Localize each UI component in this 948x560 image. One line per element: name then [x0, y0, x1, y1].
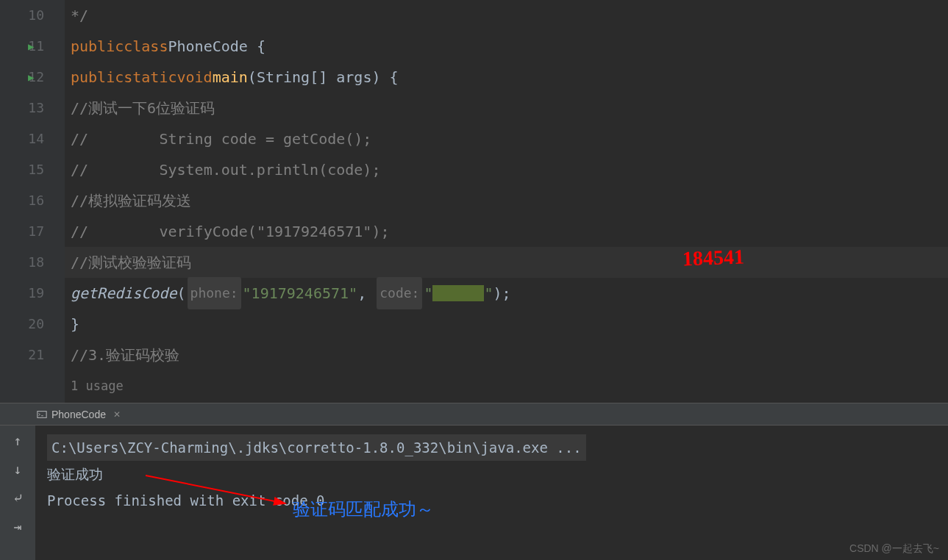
gutter-line[interactable] — [0, 370, 44, 401]
gutter-line[interactable]: ▶11 — [0, 31, 44, 62]
gutter-line[interactable]: 10 — [0, 0, 44, 31]
terminal-sidebar: ↑ ↓ ⤶ ⇥ — [0, 426, 35, 560]
gutter-line[interactable]: 13 — [0, 93, 44, 123]
code-editor: 10 ▶11 ▶12 13 14 15 16 17 18 19 20 21 */… — [0, 0, 948, 403]
up-arrow-icon[interactable]: ↑ — [14, 433, 22, 448]
wrap-icon[interactable]: ⤶ — [13, 490, 24, 506]
success-annotation: 验证码匹配成功～ — [293, 496, 434, 523]
comment-text: */ — [71, 0, 88, 31]
gutter-line[interactable]: 18 — [0, 247, 44, 278]
usage-hint[interactable]: 1 usage — [71, 370, 124, 401]
close-icon[interactable]: ✕ — [113, 409, 121, 420]
gutter-line[interactable]: 15 — [0, 154, 44, 185]
gutter-line[interactable]: 14 — [0, 123, 44, 154]
code-line[interactable]: */ — [65, 0, 948, 31]
gutter-line[interactable]: 16 — [0, 185, 44, 216]
code-line-current[interactable]: //测试校验验证码 — [65, 247, 948, 278]
line-gutter: 10 ▶11 ▶12 13 14 15 16 17 18 19 20 21 — [0, 0, 65, 403]
code-line[interactable]: // System.out.println(code); — [65, 154, 948, 185]
param-hint: code: — [377, 277, 422, 309]
redacted-code — [432, 285, 484, 301]
scroll-icon[interactable]: ⇥ — [14, 519, 22, 534]
gutter-line[interactable]: 20 — [0, 309, 44, 340]
command-line: C:\Users\ZCY-Charming\.jdks\corretto-1.8… — [47, 434, 586, 461]
run-icon[interactable]: ▶ — [28, 62, 34, 93]
gutter-line[interactable]: ▶12 — [0, 62, 44, 93]
param-hint: phone: — [188, 277, 241, 309]
gutter-line[interactable]: 19 — [0, 278, 44, 309]
gutter-line[interactable]: 17 — [0, 216, 44, 247]
run-tab[interactable]: PhoneCode ✕ — [29, 406, 128, 423]
code-line[interactable]: // String code = getCode(); — [65, 123, 948, 154]
comment-text: //测试一下6位验证码 — [71, 93, 215, 123]
code-line[interactable]: getRedisCode( phone: "19179246571", code… — [65, 278, 948, 309]
output-line: Process finished with exit code 0 — [47, 487, 936, 514]
comment-text: //模拟验证码发送 — [71, 185, 191, 216]
gutter-line[interactable]: 21 — [0, 340, 44, 370]
comment-text: //测试校验验证码 — [71, 247, 191, 278]
code-line[interactable]: //3.验证码校验 — [65, 340, 948, 370]
code-line[interactable]: 1 usage — [65, 370, 948, 401]
output-line: 验证成功 — [47, 461, 936, 487]
code-line[interactable]: //测试一下6位验证码 — [65, 93, 948, 123]
svg-rect-0 — [38, 411, 46, 417]
run-icon[interactable]: ▶ — [28, 31, 34, 62]
tab-label: PhoneCode — [51, 409, 106, 420]
code-line[interactable]: } — [65, 309, 948, 340]
terminal-tabs: PhoneCode ✕ — [0, 403, 948, 426]
watermark: CSDN @一起去飞~ — [849, 542, 939, 556]
handwritten-annotation: 184541 — [682, 242, 744, 275]
code-line[interactable]: public class PhoneCode { — [65, 31, 948, 62]
console-icon — [37, 409, 47, 420]
comment-text: //3.验证码校验 — [71, 340, 179, 370]
code-line[interactable]: // verifyCode("19179246571"); — [65, 216, 948, 247]
terminal-panel: PhoneCode ✕ ↑ ↓ ⤶ ⇥ C:\Users\ZCY-Charmin… — [0, 403, 948, 560]
code-line[interactable]: public static void main(String[] args) { — [65, 62, 948, 93]
code-line[interactable]: //模拟验证码发送 — [65, 185, 948, 216]
down-arrow-icon[interactable]: ↓ — [14, 462, 22, 477]
terminal-output[interactable]: C:\Users\ZCY-Charming\.jdks\corretto-1.8… — [35, 426, 948, 560]
code-content[interactable]: */ public class PhoneCode { public stati… — [65, 0, 948, 403]
